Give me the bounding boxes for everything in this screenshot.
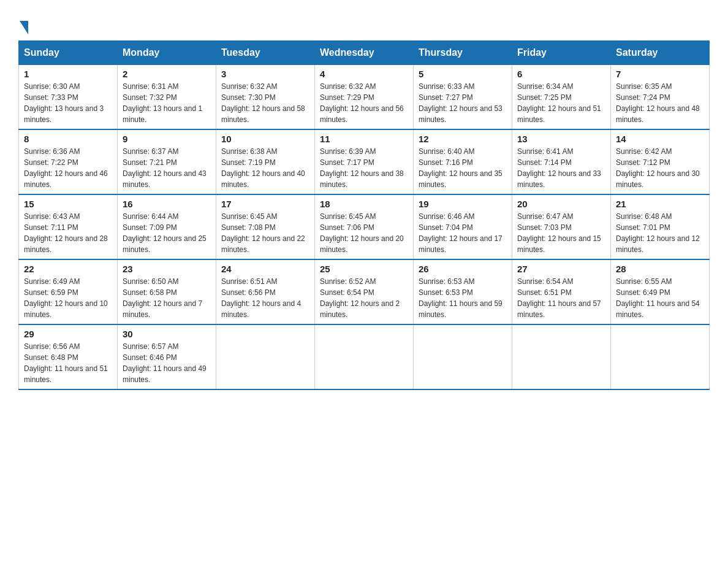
day-number: 23 bbox=[123, 264, 211, 274]
day-number: 4 bbox=[320, 69, 408, 79]
calendar-cell bbox=[315, 324, 414, 389]
day-number: 27 bbox=[517, 264, 605, 274]
day-number: 25 bbox=[320, 264, 408, 274]
calendar-cell: 24 Sunrise: 6:51 AMSunset: 6:56 PMDaylig… bbox=[216, 259, 315, 324]
calendar-cell: 20 Sunrise: 6:47 AMSunset: 7:03 PMDaylig… bbox=[512, 194, 611, 259]
day-info: Sunrise: 6:46 AMSunset: 7:04 PMDaylight:… bbox=[419, 212, 502, 254]
day-number: 17 bbox=[221, 199, 309, 209]
calendar-cell: 1 Sunrise: 6:30 AMSunset: 7:33 PMDayligh… bbox=[19, 65, 118, 130]
day-info: Sunrise: 6:52 AMSunset: 6:54 PMDaylight:… bbox=[320, 277, 400, 319]
logo-text bbox=[18, 18, 28, 34]
day-info: Sunrise: 6:30 AMSunset: 7:33 PMDaylight:… bbox=[24, 82, 104, 124]
calendar-cell: 15 Sunrise: 6:43 AMSunset: 7:11 PMDaylig… bbox=[19, 194, 118, 259]
day-number: 16 bbox=[123, 199, 211, 209]
header-day-saturday: Saturday bbox=[611, 41, 710, 65]
day-number: 1 bbox=[24, 69, 112, 79]
calendar-cell: 28 Sunrise: 6:55 AMSunset: 6:49 PMDaylig… bbox=[611, 259, 710, 324]
day-number: 12 bbox=[419, 134, 507, 144]
calendar-cell: 22 Sunrise: 6:49 AMSunset: 6:59 PMDaylig… bbox=[19, 259, 118, 324]
calendar-cell: 6 Sunrise: 6:34 AMSunset: 7:25 PMDayligh… bbox=[512, 65, 611, 130]
calendar-header: SundayMondayTuesdayWednesdayThursdayFrid… bbox=[19, 41, 710, 65]
header-day-wednesday: Wednesday bbox=[315, 41, 414, 65]
week-row-5: 29 Sunrise: 6:56 AMSunset: 6:48 PMDaylig… bbox=[19, 324, 710, 389]
calendar-cell: 21 Sunrise: 6:48 AMSunset: 7:01 PMDaylig… bbox=[611, 194, 710, 259]
day-info: Sunrise: 6:39 AMSunset: 7:17 PMDaylight:… bbox=[320, 147, 404, 189]
calendar-cell: 23 Sunrise: 6:50 AMSunset: 6:58 PMDaylig… bbox=[118, 259, 216, 324]
day-number: 29 bbox=[24, 329, 112, 339]
day-info: Sunrise: 6:49 AMSunset: 6:59 PMDaylight:… bbox=[24, 277, 108, 319]
header-day-friday: Friday bbox=[512, 41, 611, 65]
day-number: 13 bbox=[517, 134, 605, 144]
calendar-cell bbox=[611, 324, 710, 389]
day-number: 21 bbox=[616, 199, 704, 209]
day-number: 7 bbox=[616, 69, 704, 79]
day-info: Sunrise: 6:53 AMSunset: 6:53 PMDaylight:… bbox=[419, 277, 502, 319]
header-day-thursday: Thursday bbox=[414, 41, 512, 65]
day-info: Sunrise: 6:36 AMSunset: 7:22 PMDaylight:… bbox=[24, 147, 108, 189]
calendar-cell: 18 Sunrise: 6:45 AMSunset: 7:06 PMDaylig… bbox=[315, 194, 414, 259]
calendar-cell: 19 Sunrise: 6:46 AMSunset: 7:04 PMDaylig… bbox=[414, 194, 512, 259]
day-info: Sunrise: 6:37 AMSunset: 7:21 PMDaylight:… bbox=[123, 147, 207, 189]
day-info: Sunrise: 6:55 AMSunset: 6:49 PMDaylight:… bbox=[616, 277, 700, 319]
day-info: Sunrise: 6:45 AMSunset: 7:08 PMDaylight:… bbox=[221, 212, 305, 254]
day-info: Sunrise: 6:31 AMSunset: 7:32 PMDaylight:… bbox=[123, 82, 202, 124]
day-info: Sunrise: 6:40 AMSunset: 7:16 PMDaylight:… bbox=[419, 147, 502, 189]
calendar-cell: 8 Sunrise: 6:36 AMSunset: 7:22 PMDayligh… bbox=[19, 129, 118, 194]
day-number: 9 bbox=[123, 134, 211, 144]
day-info: Sunrise: 6:50 AMSunset: 6:58 PMDaylight:… bbox=[123, 277, 202, 319]
day-number: 30 bbox=[123, 329, 211, 339]
calendar-cell: 10 Sunrise: 6:38 AMSunset: 7:19 PMDaylig… bbox=[216, 129, 315, 194]
calendar-cell: 16 Sunrise: 6:44 AMSunset: 7:09 PMDaylig… bbox=[118, 194, 216, 259]
calendar-cell: 17 Sunrise: 6:45 AMSunset: 7:08 PMDaylig… bbox=[216, 194, 315, 259]
day-number: 11 bbox=[320, 134, 408, 144]
day-info: Sunrise: 6:38 AMSunset: 7:19 PMDaylight:… bbox=[221, 147, 305, 189]
day-number: 3 bbox=[221, 69, 309, 79]
day-number: 22 bbox=[24, 264, 112, 274]
day-info: Sunrise: 6:43 AMSunset: 7:11 PMDaylight:… bbox=[24, 212, 108, 254]
page-header bbox=[18, 12, 710, 34]
day-info: Sunrise: 6:51 AMSunset: 6:56 PMDaylight:… bbox=[221, 277, 301, 319]
calendar-cell: 14 Sunrise: 6:42 AMSunset: 7:12 PMDaylig… bbox=[611, 129, 710, 194]
day-info: Sunrise: 6:57 AMSunset: 6:46 PMDaylight:… bbox=[123, 342, 207, 384]
day-number: 20 bbox=[517, 199, 605, 209]
day-info: Sunrise: 6:42 AMSunset: 7:12 PMDaylight:… bbox=[616, 147, 700, 189]
day-info: Sunrise: 6:47 AMSunset: 7:03 PMDaylight:… bbox=[517, 212, 601, 254]
calendar-body: 1 Sunrise: 6:30 AMSunset: 7:33 PMDayligh… bbox=[19, 65, 710, 390]
day-number: 26 bbox=[419, 264, 507, 274]
day-number: 28 bbox=[616, 264, 704, 274]
day-number: 24 bbox=[221, 264, 309, 274]
calendar-cell: 5 Sunrise: 6:33 AMSunset: 7:27 PMDayligh… bbox=[414, 65, 512, 130]
day-number: 15 bbox=[24, 199, 112, 209]
calendar-cell bbox=[512, 324, 611, 389]
calendar-cell: 25 Sunrise: 6:52 AMSunset: 6:54 PMDaylig… bbox=[315, 259, 414, 324]
header-day-monday: Monday bbox=[118, 41, 216, 65]
calendar-cell: 4 Sunrise: 6:32 AMSunset: 7:29 PMDayligh… bbox=[315, 65, 414, 130]
day-info: Sunrise: 6:45 AMSunset: 7:06 PMDaylight:… bbox=[320, 212, 404, 254]
calendar-cell: 12 Sunrise: 6:40 AMSunset: 7:16 PMDaylig… bbox=[414, 129, 512, 194]
week-row-4: 22 Sunrise: 6:49 AMSunset: 6:59 PMDaylig… bbox=[19, 259, 710, 324]
day-info: Sunrise: 6:34 AMSunset: 7:25 PMDaylight:… bbox=[517, 82, 601, 124]
day-info: Sunrise: 6:33 AMSunset: 7:27 PMDaylight:… bbox=[419, 82, 502, 124]
week-row-2: 8 Sunrise: 6:36 AMSunset: 7:22 PMDayligh… bbox=[19, 129, 710, 194]
calendar-cell: 2 Sunrise: 6:31 AMSunset: 7:32 PMDayligh… bbox=[118, 65, 216, 130]
calendar-cell: 9 Sunrise: 6:37 AMSunset: 7:21 PMDayligh… bbox=[118, 129, 216, 194]
logo bbox=[18, 18, 28, 34]
week-row-1: 1 Sunrise: 6:30 AMSunset: 7:33 PMDayligh… bbox=[19, 65, 710, 130]
header-day-sunday: Sunday bbox=[19, 41, 118, 65]
calendar-cell: 26 Sunrise: 6:53 AMSunset: 6:53 PMDaylig… bbox=[414, 259, 512, 324]
day-number: 2 bbox=[123, 69, 211, 79]
calendar-cell: 30 Sunrise: 6:57 AMSunset: 6:46 PMDaylig… bbox=[118, 324, 216, 389]
day-info: Sunrise: 6:41 AMSunset: 7:14 PMDaylight:… bbox=[517, 147, 601, 189]
week-row-3: 15 Sunrise: 6:43 AMSunset: 7:11 PMDaylig… bbox=[19, 194, 710, 259]
calendar-table: SundayMondayTuesdayWednesdayThursdayFrid… bbox=[18, 40, 710, 390]
day-number: 10 bbox=[221, 134, 309, 144]
day-info: Sunrise: 6:48 AMSunset: 7:01 PMDaylight:… bbox=[616, 212, 700, 254]
calendar-cell: 13 Sunrise: 6:41 AMSunset: 7:14 PMDaylig… bbox=[512, 129, 611, 194]
calendar-cell: 29 Sunrise: 6:56 AMSunset: 6:48 PMDaylig… bbox=[19, 324, 118, 389]
calendar-cell: 11 Sunrise: 6:39 AMSunset: 7:17 PMDaylig… bbox=[315, 129, 414, 194]
day-number: 14 bbox=[616, 134, 704, 144]
day-number: 5 bbox=[419, 69, 507, 79]
day-number: 19 bbox=[419, 199, 507, 209]
logo-triangle-icon bbox=[20, 21, 28, 34]
calendar-cell: 3 Sunrise: 6:32 AMSunset: 7:30 PMDayligh… bbox=[216, 65, 315, 130]
